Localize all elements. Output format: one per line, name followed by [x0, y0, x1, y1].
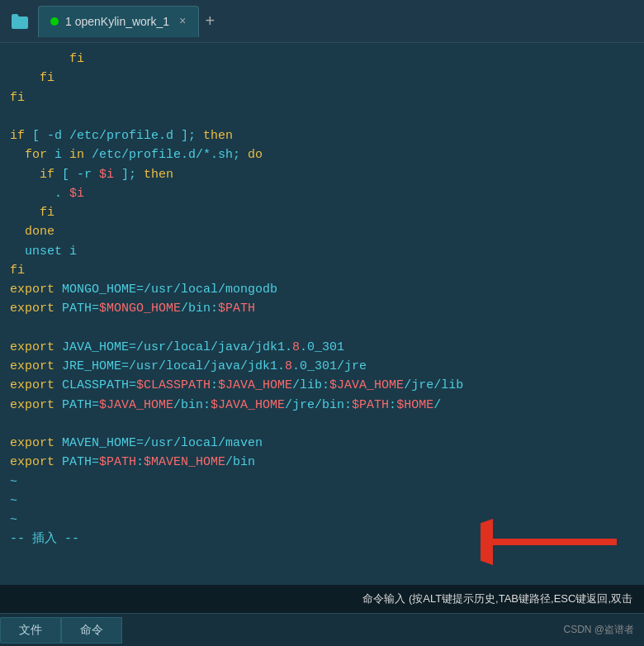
code-line: . $i [10, 184, 634, 203]
cmd-input-bar[interactable]: 命令输入 (按ALT键提示历史,TAB键路径,ESC键返回,双击 [0, 585, 644, 613]
csdn-watermark: CSDN @盗谱者 [563, 623, 644, 637]
code-line: export MAVEN_HOME=/usr/local/maven [10, 434, 634, 453]
code-line: export CLASSPATH=$CLASSPATH:$JAVA_HOME/l… [10, 376, 634, 395]
tab-close-button[interactable]: × [179, 15, 186, 28]
code-line: fi [10, 69, 634, 88]
code-line: done [10, 222, 634, 241]
code-line: fi [10, 261, 634, 280]
tab-status-dot [50, 17, 59, 26]
code-line [10, 415, 634, 434]
code-line: fi [10, 203, 634, 222]
bottom-tab-files[interactable]: 文件 [0, 617, 61, 644]
code-line: if [ -r $i ]; then [10, 165, 634, 184]
code-line: export PATH=$JAVA_HOME/bin:$JAVA_HOME/jr… [10, 396, 634, 415]
bottom-tabs: 文件 命令 [0, 617, 122, 644]
code-line: ~ [10, 511, 634, 530]
code-line: export JAVA_HOME=/usr/local/java/jdk1.8.… [10, 338, 634, 357]
tab-label: 1 openKylin_work_1 [65, 15, 169, 28]
code-line: export MONGO_HOME=/usr/local/mongodb [10, 280, 634, 299]
code-line [10, 319, 634, 338]
code-line: fi [10, 50, 634, 69]
cmd-input-text: 命令输入 (按ALT键提示历史,TAB键路径,ESC键返回,双击 [362, 592, 632, 605]
code-line: unset i [10, 242, 634, 261]
title-bar: 1 openKylin_work_1 × + [0, 0, 644, 43]
code-line: export PATH=$PATH:$MAVEN_HOME/bin [10, 453, 634, 472]
code-line [10, 107, 634, 126]
code-line: export PATH=$MONGO_HOME/bin:$PATH [10, 299, 634, 318]
code-line: for i in /etc/profile.d/*.sh; do [10, 145, 634, 164]
code-line: -- 插入 -- [10, 530, 634, 549]
code-line: export JRE_HOME=/usr/local/java/jdk1.8.0… [10, 357, 634, 376]
code-line: ~ [10, 473, 634, 492]
code-line: ~ [10, 492, 634, 511]
code-line: fi [10, 88, 634, 107]
bottom-bar: 文件 命令 CSDN @盗谱者 [0, 613, 644, 646]
tab-area: 1 openKylin_work_1 × + [38, 0, 215, 42]
add-tab-button[interactable]: + [206, 12, 215, 31]
tab-openkylin[interactable]: 1 openKylin_work_1 × [38, 6, 199, 37]
code-line: if [ -d /etc/profile.d ]; then [10, 126, 634, 145]
code-area: fi fifi if [ -d /etc/profile.d ]; then f… [0, 43, 644, 582]
bottom-tab-commands[interactable]: 命令 [61, 617, 122, 644]
folder-icon [7, 8, 33, 35]
